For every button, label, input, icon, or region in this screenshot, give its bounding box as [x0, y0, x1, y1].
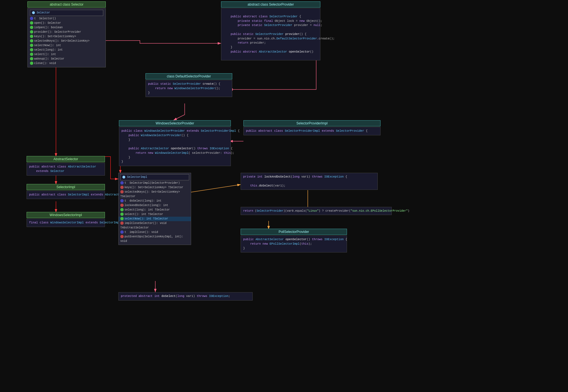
lock-and-do-select-node: private int lockAndDoSelect(long var1) t… [241, 173, 378, 190]
poll-selector-provider-label: PollSelectorProvider [241, 229, 347, 235]
member-selectlong: select(long): int [30, 48, 103, 52]
selector-impl-code: public abstract class SelectorImpl exten… [27, 191, 105, 199]
selector-provider-node: abstract class SelectorProvider public a… [221, 1, 320, 60]
selector-class-label: ⬤ Selector [30, 10, 103, 16]
selector-provider-impl-node: SelectorProviderImpl public abstract cla… [243, 120, 381, 135]
default-selector-provider-code: public static SelectorProvider create() … [145, 80, 232, 97]
do-select-node: protected abstract int doSelect(long var… [118, 292, 253, 301]
mi-keys: keys(): Set<SelectionKey> †Selector [120, 185, 189, 190]
abstract-selector-label: AbstractSelector [27, 156, 105, 162]
return-provider-code: return (SelectorProvider)(var0.equals("L… [241, 207, 392, 215]
selector-impl-members-node: ⬤ SelectorImpl t SelectorImpl(SelectorPr… [118, 173, 191, 245]
member-wakeup: wakeup(): Selector [30, 57, 103, 61]
windows-selector-impl-code: final class WindowsSelectorImpl extends … [27, 219, 105, 227]
member-isopen: isOpen(): boolean [30, 25, 103, 30]
default-selector-provider-label: class DefaultSelectorProvider [145, 73, 232, 79]
windows-selector-provider-node: WindowsSelectorProvider public class Win… [119, 120, 231, 166]
member-selectnow: selectNow(): int [30, 43, 103, 48]
mi-selectlong: select(long): int †Selector [120, 208, 189, 212]
selector-impl-node: SelectorImpl public abstract class Selec… [27, 184, 105, 199]
selector-impl-members: ⬤ SelectorImpl t SelectorImpl(SelectorPr… [118, 173, 191, 245]
mi-implclose: t implClose(): void [120, 230, 189, 235]
mi-putevents: putEventOps(SelectionKeyImpl, int): void [120, 235, 189, 244]
mi-constructor: t SelectorImpl(SelectorProvider) [120, 181, 189, 185]
member-keys: keys(): Set<SelectionKey> [30, 34, 103, 39]
selector-provider-code: public abstract class SelectorProvider {… [221, 8, 320, 60]
abstract-selector-node: AbstractSelector public abstract class A… [27, 156, 105, 176]
member-close: close(): void [30, 61, 103, 66]
selector-provider-impl-label: SelectorProviderImpl [243, 120, 381, 126]
mi-selectedkeys: selectedKeys(): Set<SelectionKey> †Selec… [120, 190, 189, 199]
selector-impl-label: SelectorImpl [27, 184, 105, 190]
member-selectedkeys: selectedKeys(): Set<SelectionKey> [30, 39, 103, 43]
selector-label: abstract class Selector [27, 1, 106, 8]
poll-selector-provider-node: PollSelectorProvider public AbstractSele… [241, 229, 347, 252]
member-provider: provider(): SelectorProvider [30, 30, 103, 34]
member-select: select(): int [30, 52, 103, 57]
mi-implclose-sel: implCloseSelector(): void †AbstractSelec… [120, 221, 189, 230]
return-provider-node: return (SelectorProvider)(var0.equals("L… [241, 207, 392, 215]
windows-selector-provider-code: public class WindowsSelectorProvider ext… [119, 127, 231, 166]
selector-provider-impl-code: public abstract class SelectorProviderIm… [243, 127, 381, 135]
windows-selector-impl-label: WindowsSelectorImpl [27, 212, 105, 218]
selector-provider-label: abstract class SelectorProvider [221, 1, 320, 8]
mi-lockanddo: lockAndDoSelect(long): int [120, 203, 189, 208]
windows-selector-provider-label: WindowsSelectorProvider [119, 120, 231, 126]
do-select-code: protected abstract int doSelect(long var… [118, 292, 253, 301]
poll-selector-provider-code: public AbstractSelector openSelector() t… [241, 235, 347, 252]
lock-and-do-select-code: private int lockAndDoSelect(long var1) t… [241, 173, 378, 190]
abstract-selector-code: public abstract class AbstractSelector e… [27, 163, 105, 176]
selector-node: abstract class Selector ⬤ Selector t Sel… [27, 1, 106, 67]
selector-members: ⬤ Selector t Selector() open(): Selector… [27, 8, 106, 67]
default-selector-provider-node: class DefaultSelectorProvider public sta… [145, 73, 232, 97]
selectorimpl-class-label: ⬤ SelectorImpl [120, 174, 189, 180]
windows-selector-impl-node: WindowsSelectorImpl final class WindowsS… [27, 212, 105, 227]
member-constructor: t Selector() [30, 16, 103, 21]
mi-selectnow: selectNow(): int †Selector [119, 217, 191, 221]
member-open: open(): Selector [30, 21, 103, 25]
mi-doselect: t doSelect(long): int [120, 199, 189, 203]
mi-select: select(): int †Selector [120, 212, 189, 217]
